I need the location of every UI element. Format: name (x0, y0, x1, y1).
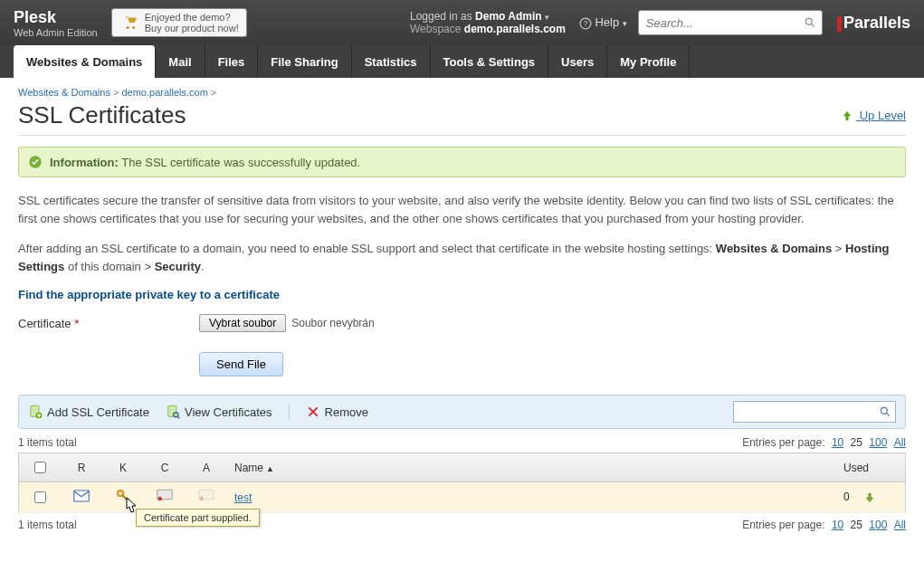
description-2: After adding an SSL certificate to a dom… (18, 240, 906, 275)
up-level-label: Up Level (860, 109, 906, 122)
remove-icon (306, 405, 320, 419)
search-icon[interactable] (804, 16, 816, 29)
svg-point-1 (132, 26, 135, 29)
col-checkbox (19, 453, 62, 482)
chevron-down-icon: ▾ (623, 19, 627, 28)
down-arrow-icon[interactable] (863, 491, 876, 504)
parallels-bars-icon: || (836, 14, 840, 32)
svg-line-11 (177, 416, 179, 418)
cell-used: 0 (836, 482, 906, 513)
pp-100[interactable]: 100 (869, 436, 887, 449)
certificates-table: R K C A Name▲ Used t (18, 452, 906, 513)
svg-rect-9 (168, 405, 176, 416)
webspace-label: Webspace (410, 23, 461, 35)
key-icon[interactable] (115, 488, 131, 504)
content-area: Websites & Domains > demo.parallels.com … (0, 78, 924, 562)
find-key-heading: Find the appropriate private key to a ce… (18, 288, 906, 301)
cert-add-icon (28, 405, 43, 419)
tab-file-sharing[interactable]: File Sharing (258, 45, 351, 78)
svg-point-20 (158, 497, 163, 501)
demo-promo[interactable]: Enjoyed the demo? Buy our product now! (111, 8, 247, 37)
logged-user[interactable]: Demo Admin (475, 10, 542, 23)
tooltip: Certificate part supplied. (136, 509, 260, 527)
description-1: SSL certificates secure the transfer of … (18, 192, 906, 227)
global-search[interactable] (638, 10, 823, 35)
tab-my-profile[interactable]: My Profile (607, 45, 690, 78)
list-meta-top: 1 items total Entries per page: 10 25 10… (18, 436, 906, 449)
select-all-checkbox[interactable] (34, 462, 46, 473)
chevron-down-icon[interactable]: ▾ (545, 13, 549, 22)
table-search[interactable] (733, 401, 896, 423)
tab-tools-settings[interactable]: Tools & Settings (431, 45, 549, 78)
brand-logo: Plesk Web Admin Edition (14, 8, 98, 38)
envelope-icon[interactable] (73, 490, 90, 502)
file-status: Soubor nevybrán (291, 317, 374, 329)
svg-line-15 (887, 414, 890, 416)
pp-25: 25 (851, 436, 862, 449)
check-circle-icon (28, 155, 43, 169)
cart-icon (119, 13, 139, 33)
up-level-link[interactable]: Up Level (841, 109, 906, 123)
col-r[interactable]: R (61, 453, 102, 482)
toolbar-separator (289, 404, 290, 420)
search-input[interactable] (644, 15, 804, 31)
help-menu[interactable]: ? Help ▾ (579, 15, 627, 30)
list-toolbar: Add SSL Certificate View Certificates Re… (18, 395, 906, 429)
pp-all[interactable]: All (894, 436, 906, 449)
tab-users[interactable]: Users (548, 45, 607, 78)
svg-text:?: ? (584, 20, 588, 28)
view-certificates-button[interactable]: View Certificates (166, 405, 272, 419)
pp-10[interactable]: 10 (832, 436, 843, 449)
search-icon[interactable] (879, 405, 891, 418)
entries-per-page-bottom: Entries per page: 10 25 100 All (742, 519, 906, 531)
promo-line2: Buy our product now! (145, 23, 239, 33)
breadcrumb: Websites & Domains > demo.parallels.com … (18, 87, 906, 98)
svg-point-0 (127, 26, 129, 29)
send-file-button[interactable]: Send File (199, 352, 283, 376)
pp-25-b: 25 (851, 519, 862, 531)
main-tabs: Websites & Domains Mail Files File Shari… (0, 45, 924, 78)
row-checkbox[interactable] (34, 491, 46, 503)
certificate-upload-row: Certificate * Vybrat soubor Soubor nevyb… (18, 314, 906, 332)
cell-r (61, 482, 102, 513)
remove-button[interactable]: Remove (306, 405, 368, 419)
pp-100-b[interactable]: 100 (869, 519, 887, 531)
svg-point-4 (805, 18, 812, 24)
col-name[interactable]: Name▲ (227, 453, 836, 482)
promo-line1: Enjoyed the demo? (145, 12, 239, 23)
tab-statistics[interactable]: Statistics (352, 45, 431, 78)
tab-mail[interactable]: Mail (156, 45, 205, 78)
cert-name-link[interactable]: test (234, 491, 252, 504)
col-k[interactable]: K (102, 453, 144, 482)
choose-file-button[interactable]: Vybrat soubor (199, 314, 286, 332)
top-bar: Plesk Web Admin Edition Enjoyed the demo… (0, 0, 924, 45)
tab-files[interactable]: Files (205, 45, 259, 78)
pp-all-b[interactable]: All (894, 519, 906, 531)
table-search-input[interactable] (738, 405, 868, 420)
page-title: SSL Certificates (18, 101, 841, 129)
pp-10-b[interactable]: 10 (832, 519, 843, 531)
svg-point-14 (881, 407, 887, 414)
breadcrumb-websites[interactable]: Websites & Domains (18, 87, 110, 98)
cert-icon[interactable] (157, 489, 173, 503)
logged-label: Logged in as (410, 10, 472, 23)
vendor-name: Parallels (843, 14, 910, 32)
add-certificate-button[interactable]: Add SSL Certificate (28, 405, 149, 419)
cert-dim-icon[interactable] (198, 489, 214, 503)
col-a[interactable]: A (186, 453, 227, 482)
tab-websites-domains[interactable]: Websites & Domains (14, 45, 156, 78)
cert-view-icon (166, 405, 180, 419)
brand-title: Plesk (14, 8, 98, 27)
items-total: 1 items total (18, 436, 77, 449)
breadcrumb-domain[interactable]: demo.parallels.com (121, 87, 207, 98)
cell-name: test (227, 482, 836, 513)
certificate-label: Certificate * (18, 317, 199, 330)
sort-asc-icon: ▲ (266, 464, 274, 473)
info-message: Information: The SSL certificate was suc… (18, 147, 906, 177)
col-used[interactable]: Used (836, 453, 906, 482)
help-icon: ? (579, 17, 592, 30)
info-prefix: Information: (50, 156, 119, 169)
col-c[interactable]: C (144, 453, 186, 482)
login-info: Logged in as Demo Admin ▾ Webspace demo.… (410, 10, 566, 35)
info-text: The SSL certificate was successfully upd… (121, 156, 360, 169)
